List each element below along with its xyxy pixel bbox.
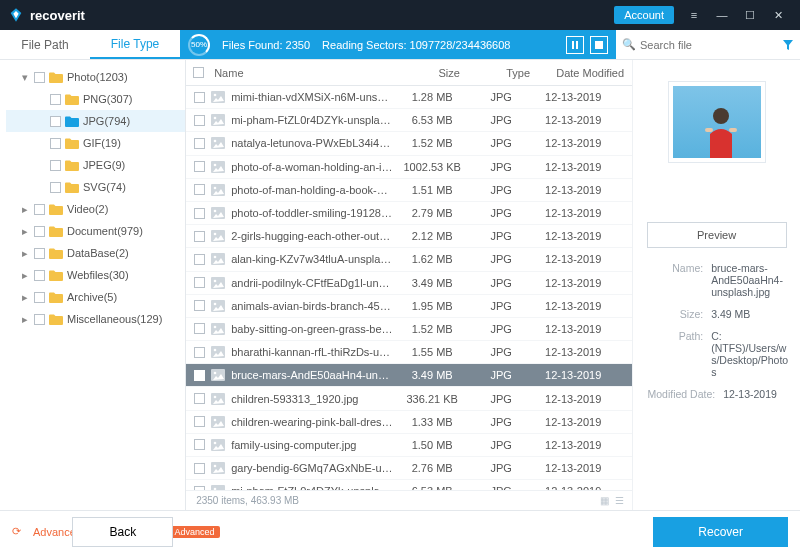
refresh-icon[interactable]: ⟳: [12, 525, 21, 538]
row-checkbox[interactable]: [194, 208, 205, 219]
stop-icon[interactable]: [590, 36, 608, 54]
table-row[interactable]: children-593313_1920.jpg336.21 KBJPG12-1…: [186, 387, 632, 410]
table-row[interactable]: mimi-thian-vdXMSiX-n6M-unsplash.jpg1.28 …: [186, 86, 632, 109]
tree-checkbox[interactable]: [34, 270, 45, 281]
tree-checkbox[interactable]: [50, 160, 61, 171]
row-checkbox[interactable]: [194, 161, 205, 172]
col-size[interactable]: Size: [410, 67, 488, 79]
table-row[interactable]: animals-avian-birds-branch-459326.j...1.…: [186, 295, 632, 318]
file-type: JPG: [471, 184, 531, 196]
tree-checkbox[interactable]: [34, 226, 45, 237]
table-row[interactable]: baby-sitting-on-green-grass-beside-...1.…: [186, 318, 632, 341]
table-row[interactable]: children-wearing-pink-ball-dress-360...1…: [186, 411, 632, 434]
account-button[interactable]: Account: [614, 6, 674, 24]
file-name: mi-pham-FtZL0r4DZYk-unsplash.jpg: [231, 114, 393, 126]
tab-file-type[interactable]: File Type: [90, 30, 180, 59]
row-checkbox[interactable]: [194, 323, 205, 334]
chevron-icon[interactable]: ▸: [20, 291, 30, 304]
col-date[interactable]: Date Modified: [548, 67, 632, 79]
row-checkbox[interactable]: [194, 138, 205, 149]
search-input[interactable]: [640, 39, 778, 51]
minimize-icon[interactable]: —: [708, 4, 736, 26]
chevron-icon[interactable]: ▸: [20, 313, 30, 326]
pause-icon[interactable]: [566, 36, 584, 54]
chevron-icon[interactable]: ▸: [20, 269, 30, 282]
file-rows[interactable]: mimi-thian-vdXMSiX-n6M-unsplash.jpg1.28 …: [186, 86, 632, 490]
col-type[interactable]: Type: [488, 67, 548, 79]
row-checkbox[interactable]: [194, 463, 205, 474]
row-checkbox[interactable]: [194, 370, 205, 381]
recover-button[interactable]: Recover: [653, 517, 788, 547]
sidebar-item[interactable]: ▸Document(979): [6, 220, 185, 242]
table-row[interactable]: gary-bendig-6GMq7AGxNbE-unsplas...2.76 M…: [186, 457, 632, 480]
sidebar-item[interactable]: JPG(794): [6, 110, 185, 132]
svg-point-36: [214, 465, 217, 468]
maximize-icon[interactable]: ☐: [736, 4, 764, 26]
back-button[interactable]: Back: [72, 517, 173, 547]
row-checkbox[interactable]: [194, 300, 205, 311]
row-checkbox[interactable]: [194, 115, 205, 126]
table-row[interactable]: bruce-mars-AndE50aaHn4-unsplash....3.49 …: [186, 364, 632, 387]
table-row[interactable]: 2-girls-hugging-each-other-outdoor-...2.…: [186, 225, 632, 248]
table-row[interactable]: mi-pham-FtZL0r4DZYk-unsplash.jpg6.53 MBJ…: [186, 480, 632, 490]
table-row[interactable]: alan-king-KZv7w34tluA-unsplash.jpg1.62 M…: [186, 248, 632, 271]
row-checkbox[interactable]: [194, 277, 205, 288]
sidebar-item[interactable]: JPEG(9): [6, 154, 185, 176]
grid-view-icon[interactable]: ▦: [600, 495, 609, 506]
tree-checkbox[interactable]: [50, 138, 61, 149]
sidebar-item[interactable]: ▸Video(2): [6, 198, 185, 220]
tab-file-path[interactable]: File Path: [0, 30, 90, 59]
row-checkbox[interactable]: [194, 416, 205, 427]
table-row[interactable]: family-using-computer.jpg1.50 MBJPG12-13…: [186, 434, 632, 457]
search-box[interactable]: 🔍: [616, 30, 776, 59]
row-checkbox[interactable]: [194, 439, 205, 450]
filter-icon[interactable]: [776, 30, 800, 59]
tree-checkbox[interactable]: [34, 248, 45, 259]
sidebar-item[interactable]: ▸Miscellaneous(129): [6, 308, 185, 330]
file-name: baby-sitting-on-green-grass-beside-...: [231, 323, 393, 335]
file-type: JPG: [471, 114, 531, 126]
row-checkbox[interactable]: [194, 231, 205, 242]
table-row[interactable]: natalya-letunova-PWxEbL34i4Y-unspl...1.5…: [186, 132, 632, 155]
table-row[interactable]: photo-of-man-holding-a-book-92702...1.51…: [186, 179, 632, 202]
sidebar-item[interactable]: ▸DataBase(2): [6, 242, 185, 264]
chevron-icon[interactable]: ▸: [20, 203, 30, 216]
list-view-icon[interactable]: ☰: [615, 495, 624, 506]
sidebar-item[interactable]: ▾Photo(1203): [6, 66, 185, 88]
row-checkbox[interactable]: [194, 393, 205, 404]
row-checkbox[interactable]: [194, 254, 205, 265]
sidebar-item[interactable]: ▸Archive(5): [6, 286, 185, 308]
row-checkbox[interactable]: [194, 486, 205, 490]
menu-icon[interactable]: ≡: [680, 4, 708, 26]
row-checkbox[interactable]: [194, 347, 205, 358]
chevron-icon[interactable]: ▸: [20, 225, 30, 238]
col-name[interactable]: Name: [210, 67, 410, 79]
chevron-icon[interactable]: ▾: [20, 71, 30, 84]
file-type: JPG: [471, 439, 531, 451]
close-icon[interactable]: ✕: [764, 4, 792, 26]
table-row[interactable]: photo-of-toddler-smiling-1912868.jpg2.79…: [186, 202, 632, 225]
tree-checkbox[interactable]: [34, 204, 45, 215]
table-row[interactable]: mi-pham-FtZL0r4DZYk-unsplash.jpg6.53 MBJ…: [186, 109, 632, 132]
tree-checkbox[interactable]: [34, 292, 45, 303]
tree-checkbox[interactable]: [50, 94, 61, 105]
tree-checkbox[interactable]: [50, 182, 61, 193]
select-all-checkbox[interactable]: [193, 67, 204, 78]
table-row[interactable]: photo-of-a-woman-holding-an-ipad-7...100…: [186, 156, 632, 179]
row-checkbox[interactable]: [194, 92, 205, 103]
table-row[interactable]: andrii-podilnyk-CFtfEaDg1l-unsplash....3…: [186, 272, 632, 295]
sidebar-item[interactable]: GIF(19): [6, 132, 185, 154]
sidebar-item[interactable]: ▸Webfiles(30): [6, 264, 185, 286]
table-row[interactable]: bharathi-kannan-rfL-thiRzDs-unsplas...1.…: [186, 341, 632, 364]
chevron-icon[interactable]: ▸: [20, 247, 30, 260]
row-checkbox[interactable]: [194, 184, 205, 195]
tree-checkbox[interactable]: [50, 116, 61, 127]
status-text: 2350 items, 463.93 MB: [196, 495, 299, 506]
preview-button[interactable]: Preview: [647, 222, 787, 248]
tree-checkbox[interactable]: [34, 314, 45, 325]
sidebar-item[interactable]: SVG(74): [6, 176, 185, 198]
tree-checkbox[interactable]: [34, 72, 45, 83]
file-size: 2.79 MB: [393, 207, 471, 219]
file-size: 1.95 MB: [393, 300, 471, 312]
sidebar-item[interactable]: PNG(307): [6, 88, 185, 110]
